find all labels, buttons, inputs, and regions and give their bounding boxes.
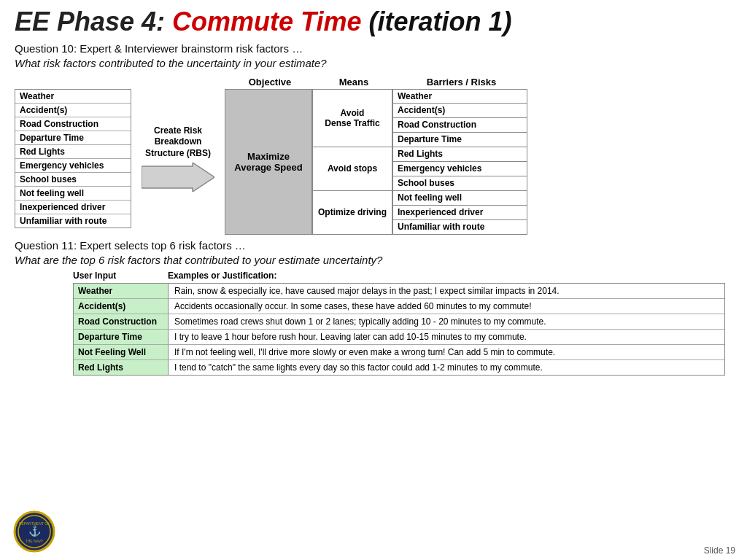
question11-line2: What are the top 6 risk factors that con…: [15, 254, 732, 266]
barrier-red-lights: Red Lights: [392, 147, 527, 162]
list-item-inexperienced-driver: Inexperienced driver: [15, 201, 131, 214]
col-header-barriers: Barriers / Risks: [394, 77, 529, 88]
list-item-unfamiliar-route: Unfamiliar with route: [15, 214, 131, 228]
col-header-objective: Objective: [226, 77, 314, 88]
col-header-means: Means: [314, 77, 394, 88]
list-item-departure-time: Departure Time: [15, 131, 131, 145]
row-value-not-feeling-well: If I'm not feeling well, I'll drive more…: [169, 345, 724, 359]
diagram-section: Weather Accident(s) Road Construction De…: [15, 89, 732, 235]
row-label-departure-time: Departure Time: [74, 330, 169, 344]
means-barriers-table: AvoidDense Traffic Avoid stops Optimize …: [312, 89, 527, 235]
page-title: EE Phase 4: Commute Time (iteration 1): [15, 7, 732, 36]
question11-line1: Question 11: Expert selects top 6 risk f…: [15, 239, 732, 252]
list-item-weather: Weather: [15, 90, 131, 104]
table-row: Red Lights I tend to "catch" the same li…: [74, 360, 724, 375]
row-value-departure-time: I try to leave 1 hour before rush hour. …: [169, 330, 724, 344]
row-value-road-construction: Sometimes road crews shut down 1 or 2 la…: [169, 314, 724, 329]
barriers-col: Weather Accident(s) Road Construction De…: [392, 89, 527, 235]
table-row: Departure Time I try to leave 1 hour bef…: [74, 330, 724, 345]
svg-marker-0: [142, 163, 214, 192]
list-item-school-buses: School buses: [15, 173, 131, 187]
bottom-table: Weather Rain, snow & especially ice, hav…: [73, 283, 725, 376]
objective-box: Maximize Average Speed: [225, 89, 312, 235]
barrier-weather: Weather: [392, 89, 527, 104]
list-item-not-feeling-well: Not feeling well: [15, 187, 131, 201]
bottom-table-headers: User Input Examples or Justification:: [15, 271, 732, 281]
bottom-header-col1: User Input: [73, 271, 168, 281]
table-row: Not Feeling Well If I'm not feeling well…: [74, 345, 724, 360]
question10-line1: Question 10: Expert & Interviewer brains…: [15, 42, 732, 55]
objective-line1: Maximize: [247, 151, 290, 162]
row-label-accidents: Accident(s): [74, 299, 169, 314]
table-row: Weather Rain, snow & especially ice, hav…: [74, 284, 724, 299]
title-part3: (iteration 1): [362, 7, 512, 36]
list-item-road-construction: Road Construction: [15, 117, 131, 131]
row-label-red-lights: Red Lights: [74, 360, 169, 375]
objective-line2: Average Speed: [234, 162, 302, 173]
page: EE Phase 4: Commute Time (iteration 1) Q…: [0, 0, 747, 560]
slide-number: Slide 19: [704, 545, 735, 556]
means-col: AvoidDense Traffic Avoid stops Optimize …: [312, 89, 392, 235]
row-value-weather: Rain, snow & especially ice, have caused…: [169, 284, 724, 298]
question10-line2: What risk factors contributed to the unc…: [15, 57, 732, 69]
table-row: Accident(s) Accidents occasionally occur…: [74, 299, 724, 314]
objective-and-table: Maximize Average Speed AvoidDense Traffi…: [225, 89, 527, 235]
row-label-weather: Weather: [74, 284, 169, 298]
list-item-red-lights: Red Lights: [15, 145, 131, 159]
barrier-inexperienced-driver: Inexperienced driver: [392, 206, 527, 220]
navy-seal: DEPARTMENT OF THE NAVY ⚓: [13, 510, 55, 553]
left-risk-list: Weather Accident(s) Road Construction De…: [15, 89, 131, 228]
means-cell-dense-traffic: AvoidDense Traffic: [312, 89, 392, 147]
barrier-emergency-vehicles: Emergency vehicles: [392, 162, 527, 176]
means-cell-optimize-driving: Optimize driving: [312, 191, 392, 235]
table-row: Road Construction Sometimes road crews s…: [74, 314, 724, 330]
rbs-arrow-icon: [142, 163, 214, 192]
rbs-label: Create RiskBreakdownStructure (RBS): [145, 125, 211, 160]
rbs-arrow-section: Create RiskBreakdownStructure (RBS): [134, 125, 222, 192]
bottom-header-col2: Examples or Justification:: [168, 271, 276, 281]
svg-text:⚓: ⚓: [28, 525, 42, 537]
barrier-road-construction: Road Construction: [392, 118, 527, 133]
title-part1: EE Phase 4:: [15, 7, 172, 36]
barrier-school-buses: School buses: [392, 176, 527, 191]
means-cell-avoid-stops: Avoid stops: [312, 147, 392, 191]
barrier-accidents: Accident(s): [392, 104, 527, 118]
row-label-not-feeling-well: Not Feeling Well: [74, 345, 169, 359]
row-label-road-construction: Road Construction: [74, 314, 169, 329]
barrier-not-feeling-well: Not feeling well: [392, 191, 527, 206]
list-item-emergency-vehicles: Emergency vehicles: [15, 159, 131, 173]
barrier-departure-time: Departure Time: [392, 133, 527, 147]
row-value-accidents: Accidents occasionally occur. In some ca…: [169, 299, 724, 314]
title-part2: Commute Time: [172, 7, 361, 36]
barrier-unfamiliar-route: Unfamiliar with route: [392, 220, 527, 235]
svg-text:THE NAVY: THE NAVY: [26, 539, 44, 543]
list-item-accidents: Accident(s): [15, 104, 131, 117]
row-value-red-lights: I tend to "catch" the same lights every …: [169, 360, 724, 375]
